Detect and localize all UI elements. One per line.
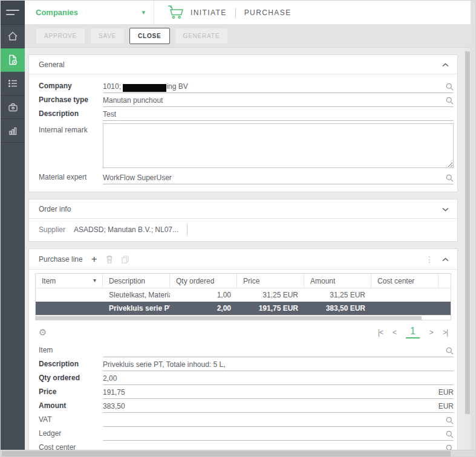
delete-line-button[interactable] (106, 255, 113, 264)
item-label: Item (39, 346, 103, 357)
table-row[interactable]: Sleutelkast, Materiaal: Me 1,00 31,25 EU… (36, 288, 451, 302)
price-input[interactable]: 191,75 EUR (103, 387, 454, 399)
cost-center-label: Cost center (39, 443, 103, 450)
save-button[interactable]: SAVE (90, 28, 125, 44)
qty-ordered-input[interactable]: 2,00 (103, 373, 454, 385)
current-page[interactable]: 1 (406, 326, 420, 339)
ledger-input[interactable] (103, 429, 454, 441)
vat-input[interactable] (103, 415, 454, 427)
last-page-button[interactable]: >| (443, 328, 448, 337)
module-dropdown[interactable]: Companies ▾ (25, 1, 154, 24)
cost-center-input[interactable] (103, 442, 454, 450)
general-panel-header: General (29, 55, 457, 74)
close-button[interactable]: CLOSE (129, 28, 169, 44)
copy-line-button[interactable] (122, 256, 129, 264)
collapse-chevron-up-icon[interactable] (442, 258, 449, 262)
search-icon[interactable] (446, 444, 454, 450)
grid-footer: ⚙ |< < 1 > >| (29, 320, 457, 342)
amount-input[interactable]: 383,50 EUR (103, 401, 454, 413)
line-description-input[interactable]: Privekluis serie PT, Totale inhoud: 5 L, (103, 359, 454, 371)
next-page-button[interactable]: > (429, 328, 433, 337)
main-content: General Company 1010; ing BV (25, 48, 465, 450)
vertical-scrollbar-thumb[interactable] (465, 51, 470, 414)
breadcrumb-purchase[interactable]: PURCHASE (244, 8, 292, 17)
generate-button[interactable]: GENERATE (175, 28, 229, 44)
item-input[interactable] (103, 345, 454, 357)
column-header-cost-center[interactable]: Cost center (371, 274, 439, 288)
column-header-qty-ordered[interactable]: Qty ordered (170, 274, 237, 288)
add-line-button[interactable]: + (91, 256, 97, 263)
redacted-text (123, 84, 166, 92)
sidebar-item-orders[interactable] (1, 96, 25, 119)
app-window: Companies ▾ INITIATE PURCHASE APPROVE SA… (0, 0, 476, 457)
first-page-button[interactable]: |< (378, 328, 383, 337)
grid-settings-gear-icon[interactable]: ⚙ (39, 329, 47, 336)
search-icon[interactable] (446, 416, 454, 424)
search-icon[interactable] (446, 174, 454, 182)
cart-icon[interactable] (166, 4, 184, 21)
order-info-panel-title: Order info (39, 205, 71, 213)
column-header-item[interactable]: Item ▾ (36, 274, 103, 288)
material-expert-input[interactable]: WorkFlow SuperUser (103, 172, 454, 184)
pagination: |< < 1 > >| (368, 326, 448, 339)
column-header-price[interactable]: Price (237, 274, 304, 288)
sidebar-item-home[interactable] (1, 25, 25, 48)
grid-header-row: Item ▾ Description Qty ordered Price Amo… (36, 274, 451, 288)
horizontal-scrollbar (1, 450, 475, 456)
company-input[interactable]: 1010; ing BV (103, 81, 454, 93)
vat-field-row: VAT (39, 413, 454, 427)
copy-icon (122, 256, 129, 264)
action-toolbar: APPROVE SAVE CLOSE GENERATE (25, 25, 471, 48)
internal-remark-textarea[interactable] (103, 123, 454, 168)
description-input[interactable]: Test (103, 109, 454, 121)
drawer-icon (7, 101, 19, 113)
item-field-row: Item (39, 343, 454, 357)
menu-toggle-button[interactable] (1, 1, 25, 25)
general-panel-title: General (39, 60, 65, 69)
vat-label: VAT (39, 415, 103, 427)
collapse-chevron-up-icon[interactable] (442, 63, 449, 67)
internal-remark-field-row: Internal remark (39, 123, 454, 168)
module-dropdown-label: Companies (36, 8, 78, 17)
breadcrumb-initiate[interactable]: INITIATE (191, 8, 227, 17)
company-label: Company (39, 82, 103, 93)
search-icon[interactable] (446, 347, 454, 355)
qty-ordered-field-row: Qty ordered 2,00 (39, 371, 454, 385)
vertical-scrollbar (465, 48, 471, 450)
grid-scrollbar-thumb[interactable] (36, 316, 422, 320)
material-expert-label: Material expert (39, 173, 103, 184)
window-right-edge (471, 1, 475, 451)
purchase-line-panel-title: Purchase line (39, 255, 83, 264)
filter-caret-icon[interactable]: ▾ (93, 277, 96, 284)
description-label: Description (39, 109, 103, 121)
document-add-icon (7, 54, 19, 66)
search-icon[interactable] (446, 97, 454, 105)
grid-scroll-gutter (439, 274, 451, 288)
search-icon[interactable] (446, 83, 454, 91)
sidebar-item-reports[interactable] (1, 119, 25, 143)
amount-field-row: Amount 383,50 EUR (39, 399, 454, 413)
column-header-amount[interactable]: Amount (304, 274, 371, 288)
more-options-icon[interactable]: ⋮ (425, 254, 434, 264)
search-icon[interactable] (446, 430, 454, 438)
sidebar-item-new-purchase[interactable] (1, 48, 25, 72)
previous-page-button[interactable]: < (393, 328, 396, 337)
table-row-selected[interactable]: Privekluis serie PT, Totale 2,00 191,75 … (36, 302, 451, 315)
line-detail-form: Item Description Privekluis serie PT, To… (29, 342, 457, 450)
grid-horizontal-scrollbar (36, 315, 451, 320)
price-currency: EUR (439, 388, 454, 397)
cost-center-field-row: Cost center (39, 441, 454, 450)
purchase-type-input[interactable]: Manutan punchout (103, 95, 454, 107)
purchase-type-label: Purchase type (39, 96, 103, 107)
approve-button[interactable]: APPROVE (36, 28, 85, 44)
horizontal-scrollbar-thumb[interactable] (2, 451, 451, 456)
expand-chevron-down-icon[interactable] (442, 207, 449, 212)
ledger-label: Ledger (39, 429, 103, 441)
sidebar-item-list[interactable] (1, 72, 25, 96)
purchase-line-panel: Purchase line + ⋮ Item (28, 248, 458, 450)
order-info-panel-header: Order info (29, 199, 457, 219)
supplier-label: Supplier (39, 225, 65, 234)
amount-label: Amount (39, 401, 103, 413)
column-header-description[interactable]: Description (103, 274, 170, 288)
trash-icon (106, 255, 113, 264)
